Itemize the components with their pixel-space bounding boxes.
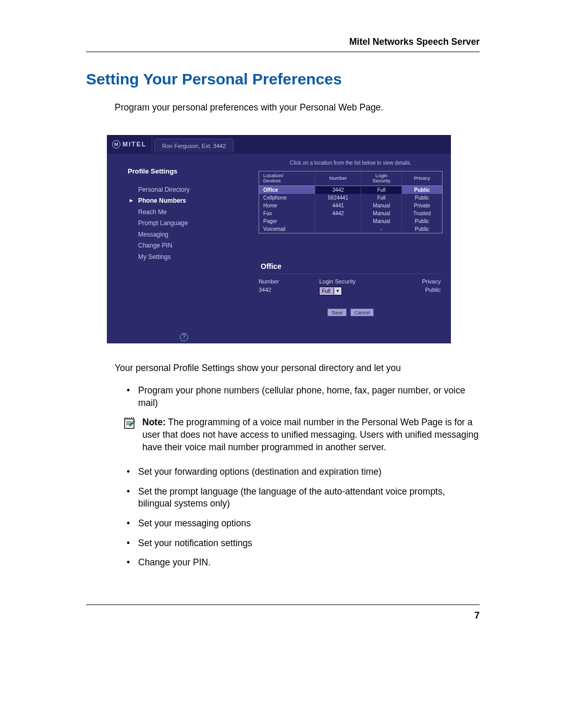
sidebar-item[interactable]: Personal Directory [128,184,244,196]
table-header: Number [315,171,362,187]
table-cell: Public [402,194,442,202]
table-cell: Fax [259,209,315,217]
panel-instruction: Click on a location from the list below … [259,160,443,166]
note-text: Note: The programming of a voice mail nu… [142,416,480,453]
table-cell: Public [402,186,442,194]
list-item: Set your forwarding options (destination… [126,466,480,478]
list-item: Set the prompt language (the language of… [126,486,480,510]
save-button[interactable]: Save [327,309,347,316]
login-security-select[interactable]: Full ▼ [319,287,341,295]
table-cell: 4441 [315,202,362,209]
table-header: Location/Devices [259,171,315,187]
section-title: Setting Your Personal Preferences [86,70,480,88]
note-label: Note: [142,417,166,427]
table-cell: 5824441 [315,194,362,202]
chevron-down-icon: ▼ [334,288,341,294]
sidebar-item[interactable]: Reach Me [128,207,244,218]
user-tab[interactable]: Ron Ferguson, Ext. 3442 [154,139,234,153]
sidebar-item[interactable]: Phone Numbers [128,195,244,207]
sidebar-item[interactable]: My Settings [128,252,244,263]
table-cell: Private [402,202,442,209]
table-cell: Public [402,217,442,225]
table-cell: Manual [361,209,402,217]
mitel-icon: M [112,140,120,149]
detail-title: Office [261,262,443,274]
sidebar-nav: Personal DirectoryPhone NumbersReach MeP… [128,184,244,263]
detail-login-label: Login Security [319,278,380,285]
note-icon [124,416,142,453]
table-cell: Pager [259,217,315,225]
table-cell: Home [259,202,315,209]
profile-settings-screenshot: M MITEL Ron Ferguson, Ext. 3442 Profile … [107,135,451,343]
bullet-list-b: Set your forwarding options (destination… [126,466,480,569]
footer-rule [86,604,480,605]
note-body: The programming of a voice mail number i… [142,417,479,452]
main-panel: Click on a location from the list below … [250,154,451,343]
sidebar-title: Profile Settings [128,167,244,175]
table-cell: Voicemail [259,225,315,233]
locations-table: Location/DevicesNumberLoginSecurityPriva… [259,171,443,234]
table-header: LoginSecurity [361,171,402,187]
detail-number-label: Number [259,278,319,285]
list-item: Program your phone numbers (cellular pho… [126,385,480,409]
running-header: Mitel Networks Speech Server [86,36,480,52]
after-screenshot-text: Your personal Profile Settings show your… [115,362,480,375]
sidebar-item[interactable]: Prompt Language [128,218,244,229]
sidebar: Profile Settings Personal DirectoryPhone… [107,154,250,343]
table-row[interactable]: PagerManualPublic [259,217,442,225]
table-cell: Public [402,225,442,233]
table-cell: 3442 [315,186,362,194]
table-cell: Manual [361,202,402,209]
list-item: Change your PIN. [126,557,480,569]
table-cell [315,217,362,225]
table-cell: Office [259,186,315,194]
list-item: Set your messaging options [126,517,480,530]
mitel-logo: M MITEL [107,135,152,154]
table-row[interactable]: Home4441ManualPrivate [259,202,442,209]
detail-number-value: 3442 [259,287,271,293]
list-item: Set your notification settings [126,537,480,550]
table-cell [315,225,362,233]
cancel-button[interactable]: Cancel [350,309,374,316]
table-cell: 4442 [315,209,362,217]
table-row[interactable]: Voicemail-Public [259,225,442,233]
table-cell: Trusted [402,209,442,217]
page-number: 7 [474,610,480,621]
table-row[interactable]: Cellphone5824441FullPublic [259,194,442,202]
intro-paragraph: Program your personal preferences with y… [115,101,480,114]
sidebar-item[interactable]: Change PIN [128,240,244,252]
help-icon[interactable]: ? [180,333,188,341]
table-cell: Full [361,194,402,202]
detail-privacy-label: Privacy [380,278,440,285]
app-header: M MITEL Ron Ferguson, Ext. 3442 [107,135,451,154]
detail-row: Number 3442 Login Security Full ▼ Privac… [259,278,443,295]
detail-privacy-value: Public [425,287,440,293]
mitel-logo-text: MITEL [123,141,146,148]
sidebar-item[interactable]: Messaging [128,229,244,241]
table-cell: Full [361,186,402,194]
table-row[interactable]: Fax4442ManualTrusted [259,209,442,217]
note-block: Note: The programming of a voice mail nu… [124,416,480,453]
login-security-value: Full [320,288,333,294]
bullet-list-a: Program your phone numbers (cellular pho… [126,385,480,409]
table-cell: - [361,225,402,233]
table-header: Privacy [402,171,442,187]
table-cell: Cellphone [259,194,315,202]
document-page: Mitel Networks Speech Server Setting You… [0,0,563,728]
table-row[interactable]: Office3442FullPublic [259,186,442,194]
table-cell: Manual [361,217,402,225]
